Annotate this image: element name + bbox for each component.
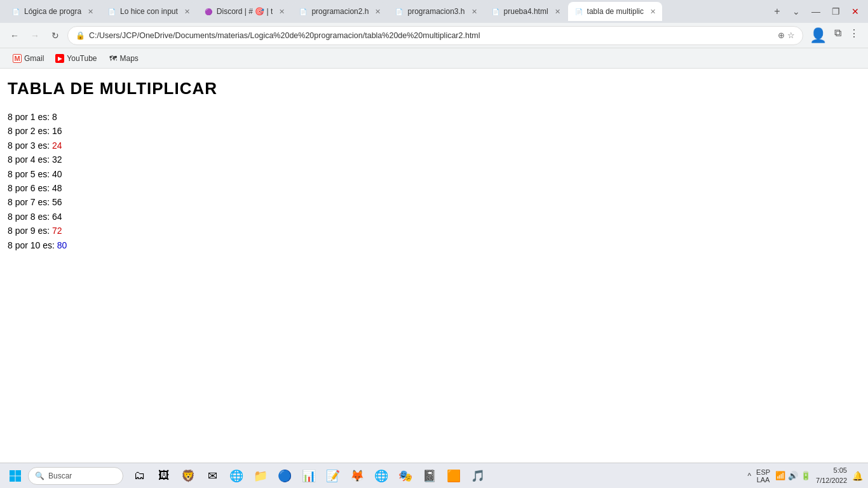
minimize-button[interactable]: — [808, 5, 824, 18]
row-text-1: 8 por 1 es: [8, 112, 52, 122]
row-result-3: 24 [52, 140, 62, 151]
profile-button[interactable]: 👤 [807, 26, 829, 45]
row-result-5: 40 [52, 169, 62, 179]
menu-button[interactable]: ⋮ [846, 26, 862, 45]
page-content: TABLA DE MULTIPLICAR 8 por 1 es: 88 por … [0, 69, 868, 463]
multiplication-row-1: 8 por 1 es: 8 [8, 110, 860, 124]
multiplication-row-5: 8 por 5 es: 40 [8, 167, 860, 181]
multiplication-row-7: 8 por 7 es: 56 [8, 195, 860, 209]
multiplication-row-10: 8 por 10 es: 80 [8, 238, 860, 252]
row-text-5: 8 por 5 es: [8, 169, 52, 179]
tab-favicon-tab3: 🟣 [204, 7, 213, 16]
row-text-6: 8 por 6 es: [8, 183, 52, 193]
address-text: C:/Users/JCP/OneDrive/Documents/materias… [89, 31, 774, 40]
multiplication-row-3: 8 por 3 es: 24 [8, 139, 860, 152]
tab-tab7[interactable]: 📄 tabla de multiplic ✕ [568, 2, 662, 21]
nav-right-buttons: 👤 ⧉ ⋮ [807, 26, 862, 45]
tab-favicon-tab4: 📄 [299, 7, 308, 16]
maximize-button[interactable]: ❐ [828, 5, 844, 18]
tab-close-tab4[interactable]: ✕ [375, 8, 381, 16]
tab-close-tab7[interactable]: ✕ [650, 8, 656, 16]
row-text-10: 8 por 10 es: [8, 240, 57, 250]
row-result-9: 72 [52, 226, 62, 236]
address-bar[interactable]: 🔒 C:/Users/JCP/OneDrive/Documents/materi… [67, 26, 803, 45]
address-icons: ⊕ ☆ [778, 30, 795, 40]
row-text-7: 8 por 7 es: [8, 197, 52, 207]
row-text-4: 8 por 4 es: [8, 154, 52, 165]
multiplication-row-8: 8 por 8 es: 64 [8, 210, 860, 224]
tab-label-tab4: programacion2.h [311, 7, 369, 16]
tab-tab1[interactable]: 📄 Lógica de progra ✕ [5, 2, 100, 21]
bookmark-star-icon[interactable]: ☆ [787, 30, 795, 40]
tab-favicon-tab6: 📄 [491, 7, 500, 16]
tab-close-tab2[interactable]: ✕ [184, 8, 190, 16]
page-title: TABLA DE MULTIPLICAR [8, 79, 860, 98]
reload-button[interactable]: ↻ [47, 27, 64, 44]
window-controls: ⌄ — ❐ ✕ [789, 5, 863, 18]
tab-close-tab1[interactable]: ✕ [88, 8, 93, 16]
row-result-2: 16 [52, 126, 62, 136]
row-result-7: 56 [52, 197, 62, 207]
close-button[interactable]: ✕ [848, 5, 863, 18]
tab-label-tab5: programacion3.h [407, 7, 465, 16]
tab-tab3[interactable]: 🟣 Discord | # 🎯 | t ✕ [198, 2, 292, 21]
nav-bar: ← → ↻ 🔒 C:/Users/JCP/OneDrive/Documents/… [0, 23, 868, 48]
multiplication-row-9: 8 por 9 es: 72 [8, 224, 860, 238]
bookmark-youtube-label: YouTube [67, 54, 97, 63]
share-icon[interactable]: ⊕ [778, 30, 785, 40]
tab-close-tab5[interactable]: ✕ [471, 8, 477, 16]
row-result-1: 8 [52, 112, 57, 122]
tab-tab2[interactable]: 📄 Lo hice con input ✕ [101, 2, 196, 21]
tab-favicon-tab7: 📄 [574, 7, 583, 16]
bookmark-maps-label: Maps [120, 54, 139, 63]
bookmarks-bar: M Gmail ▶ YouTube 🗺 Maps [0, 48, 868, 69]
maps-favicon: 🗺 [109, 54, 118, 63]
row-text-8: 8 por 8 es: [8, 212, 52, 222]
multiplication-table: 8 por 1 es: 88 por 2 es: 168 por 3 es: 2… [8, 110, 860, 252]
multiplication-row-2: 8 por 2 es: 16 [8, 124, 860, 138]
row-result-6: 48 [52, 183, 62, 193]
bookmark-maps[interactable]: 🗺 Maps [104, 52, 144, 65]
tab-label-tab2: Lo hice con input [120, 7, 178, 16]
tab-label-tab1: Lógica de progra [24, 7, 81, 16]
tab-favicon-tab1: 📄 [11, 7, 20, 16]
extensions-button[interactable]: ⧉ [832, 26, 844, 45]
row-result-4: 32 [52, 154, 62, 165]
back-button[interactable]: ← [6, 27, 23, 44]
row-text-3: 8 por 3 es: [8, 140, 52, 151]
title-bar: 📄 Lógica de progra ✕ 📄 Lo hice con input… [0, 0, 868, 23]
multiplication-row-4: 8 por 4 es: 32 [8, 152, 860, 166]
lock-icon: 🔒 [76, 31, 85, 40]
new-tab-button[interactable]: + [768, 3, 786, 20]
bookmark-youtube[interactable]: ▶ YouTube [50, 52, 102, 65]
bookmark-gmail-label: Gmail [24, 54, 44, 63]
gmail-favicon: M [13, 54, 22, 63]
row-text-9: 8 por 9 es: [8, 226, 52, 236]
forward-button[interactable]: → [27, 27, 43, 44]
youtube-favicon: ▶ [55, 54, 64, 63]
tab-close-tab3[interactable]: ✕ [279, 8, 285, 16]
tab-tab4[interactable]: 📄 programacion2.h ✕ [292, 2, 387, 21]
tab-tab6[interactable]: 📄 prueba4.html ✕ [485, 2, 567, 21]
tab-label-tab7: tabla de multiplic [587, 7, 644, 16]
tab-dropdown-button[interactable]: ⌄ [789, 5, 804, 18]
tab-label-tab6: prueba4.html [504, 7, 548, 16]
row-result-10: 80 [57, 240, 67, 250]
row-text-2: 8 por 2 es: [8, 126, 52, 136]
tab-favicon-tab2: 📄 [107, 7, 116, 16]
tab-tab5[interactable]: 📄 programacion3.h ✕ [388, 2, 483, 21]
row-result-8: 64 [52, 212, 62, 222]
tab-close-tab6[interactable]: ✕ [555, 8, 560, 16]
bookmark-gmail[interactable]: M Gmail [8, 52, 49, 65]
multiplication-row-6: 8 por 6 es: 48 [8, 181, 860, 195]
tab-label-tab3: Discord | # 🎯 | t [217, 7, 273, 16]
tab-favicon-tab5: 📄 [395, 7, 403, 16]
